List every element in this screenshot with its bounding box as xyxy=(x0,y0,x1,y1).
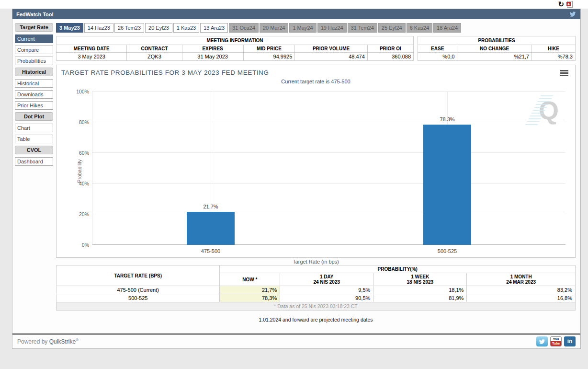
bar-500-525[interactable] xyxy=(423,125,471,245)
sidebar-item-current[interactable]: Current xyxy=(15,35,53,43)
app-footer: Powered by QuikStrike® You Tube in xyxy=(12,334,580,348)
tab-1-may24[interactable]: 1 May24 xyxy=(289,23,316,33)
mi-value-meeting-date: 3 May 2023 xyxy=(57,53,127,61)
mi-col-prior-oi: PRIOR OI xyxy=(367,45,413,53)
prob-value-ease: %0,0 xyxy=(418,53,457,61)
bt-day-500-525: 90,5% xyxy=(280,294,373,302)
mi-value-prior-volume: 48.474 xyxy=(295,53,368,61)
mi-col-meeting-date: MEETING DATE xyxy=(57,45,127,53)
bt-group-header: PROBABILITY(%) xyxy=(220,265,576,273)
sidebar-section-cvol: CVOL xyxy=(15,146,53,154)
x-tick-500-525: 500-525 xyxy=(438,248,457,254)
app-title: FedWatch Tool xyxy=(16,12,54,17)
chart-subtitle: Current target rate is 475-500 xyxy=(61,79,570,84)
sidebar-item-chart[interactable]: Chart xyxy=(15,124,53,132)
y-tick-80%: 80% xyxy=(79,119,89,125)
tab-31-oca24[interactable]: 31 Oca24 xyxy=(229,23,259,33)
probabilities-caption: PROBABILITIES xyxy=(418,36,576,45)
y-tick-0%: 0% xyxy=(82,242,89,248)
y-tick-40%: 40% xyxy=(79,181,89,186)
bt-week-500-525: 81,9% xyxy=(373,294,467,302)
tab-25-eyl24[interactable]: 25 Eyl24 xyxy=(378,23,406,33)
bt-rate: 475-500 (Current) xyxy=(57,286,220,294)
projected-dates-note: 1.01.2024 and forward are projected meet… xyxy=(56,317,576,323)
mi-col-mid-price: MID PRICE xyxy=(243,45,295,53)
mi-col-contract: CONTRACT xyxy=(127,45,182,53)
gridline-100% xyxy=(92,91,565,92)
fedwatch-frame: FedWatch Tool Target RateCurrentCompareP… xyxy=(12,9,581,349)
prob-value-no-change: %21,7 xyxy=(457,53,532,61)
mi-value-expires: 31 May 2023 xyxy=(182,53,243,61)
sidebar-section-dot-plot: Dot Plot xyxy=(15,112,53,121)
meeting-info-caption: MEETING INFORMATION xyxy=(57,36,414,45)
chart-title: TARGET RATE PROBABILITIES FOR 3 MAY 2023… xyxy=(61,69,570,76)
bt-row-header: TARGET RATE (BPS) xyxy=(57,265,220,286)
prob-col-ease: EASE xyxy=(418,45,457,53)
bt-col-1-week: 1 WEEK18 NIS 2023 xyxy=(373,273,467,286)
sidebar-item-table[interactable]: Table xyxy=(15,135,53,143)
linkedin-footer-icon[interactable]: in xyxy=(564,336,576,346)
twitter-icon[interactable] xyxy=(569,11,577,17)
sidebar-item-dashboard[interactable]: Dashboard xyxy=(15,157,53,166)
x-tick-475-500: 475-500 xyxy=(201,248,220,254)
gridline-0% xyxy=(92,244,565,245)
mi-col-prior-volume: PRIOR VOLUME xyxy=(295,45,368,53)
tab-26-tem23[interactable]: 26 Tem23 xyxy=(114,23,144,33)
mi-col-expires: EXPIRES xyxy=(182,45,243,53)
prob-col-no-change: NO CHANGE xyxy=(457,45,532,53)
y-tick-100%: 100% xyxy=(76,89,89,94)
bt-now-475-500-current: 21,7% xyxy=(220,286,280,294)
y-axis-label: Probability xyxy=(77,159,82,183)
tab-20-mar24[interactable]: 20 Mar24 xyxy=(260,23,288,33)
tab-31-tem24[interactable]: 31 Tem24 xyxy=(348,23,377,33)
twitter-footer-icon[interactable] xyxy=(536,336,548,346)
meeting-date-tabs: 3 May2314 Haz2326 Tem2320 Eyl231 Kas2313… xyxy=(56,23,576,33)
tab-6-kas24[interactable]: 6 Kas24 xyxy=(407,23,432,33)
bt-day-475-500-current: 9,5% xyxy=(280,286,373,294)
gridline-40% xyxy=(92,183,565,184)
app-header: FedWatch Tool xyxy=(12,9,580,19)
bar-value-475-500: 21.7% xyxy=(203,204,218,209)
bt-col-1-month: 1 MONTH24 MAR 2023 xyxy=(467,273,576,286)
tab-18-ara24[interactable]: 18 Ara24 xyxy=(433,23,461,33)
tab-19-haz24[interactable]: 19 Haz24 xyxy=(317,23,347,33)
tab-20-eyl23[interactable]: 20 Eyl23 xyxy=(145,23,172,33)
mi-value-mid-price: 94,9925 xyxy=(243,53,295,61)
pdf-export-icon[interactable] xyxy=(567,1,573,8)
social-icons: You Tube in xyxy=(536,336,576,346)
bar-chart-plot: Probability Q 0%20%40%60%80%100%21.7%475… xyxy=(92,92,565,245)
sidebar-section-historical: Historical xyxy=(15,68,53,76)
bt-month-500-525: 16,8% xyxy=(467,294,576,302)
y-tick-60%: 60% xyxy=(79,150,89,156)
gridline-80% xyxy=(92,122,565,122)
chart-menu-icon[interactable] xyxy=(560,70,568,77)
gridline-60% xyxy=(92,152,565,153)
sidebar-item-compare[interactable]: Compare xyxy=(15,46,53,54)
chart-panel: TARGET RATE PROBABILITIES FOR 3 MAY 2023… xyxy=(56,65,576,258)
bar-value-500-525: 78.3% xyxy=(440,116,454,122)
bar-475-500[interactable] xyxy=(187,212,235,245)
mi-value-prior-oi: 360.088 xyxy=(367,53,413,61)
bt-week-475-500-current: 18,1% xyxy=(373,286,467,294)
sidebar-item-prior-hikes[interactable]: Prior Hikes xyxy=(15,101,53,110)
browser-top-strip: ↻ xyxy=(0,0,588,9)
bt-col-now: NOW * xyxy=(220,273,280,286)
mi-value-contract: ZQK3 xyxy=(127,53,182,61)
tab-14-haz23[interactable]: 14 Haz23 xyxy=(84,23,113,33)
tab-1-kas23[interactable]: 1 Kas23 xyxy=(173,23,199,33)
tab-3-may23[interactable]: 3 May23 xyxy=(56,23,83,33)
tab-13-ara23[interactable]: 13 Ara23 xyxy=(200,23,228,33)
sidebar-item-probabilities[interactable]: Probabilities xyxy=(15,57,53,65)
x-axis-label: Target Rate (in bps) xyxy=(61,259,570,265)
sidebar-item-downloads[interactable]: Downloads xyxy=(15,90,53,99)
sidebar: Target RateCurrentCompareProbabilitiesHi… xyxy=(15,23,53,334)
prob-value-hike: %78,3 xyxy=(531,53,575,61)
bt-col-1-day: 1 DAY24 NIS 2023 xyxy=(280,273,373,286)
youtube-footer-icon[interactable]: You Tube xyxy=(550,336,562,346)
bt-rate: 500-525 xyxy=(57,294,220,302)
table-row: 475-500 (Current)21,7%9,5%18,1%83,2% xyxy=(57,286,576,294)
probability-history-table: TARGET RATE (BPS)PROBABILITY(%)NOW *1 DA… xyxy=(56,265,576,311)
probabilities-summary-table: PROBABILITIESEASENO CHANGEHIKE%0,0%21,7%… xyxy=(418,36,576,61)
refresh-icon[interactable]: ↻ xyxy=(558,1,564,8)
sidebar-item-historical[interactable]: Historical xyxy=(15,79,53,88)
